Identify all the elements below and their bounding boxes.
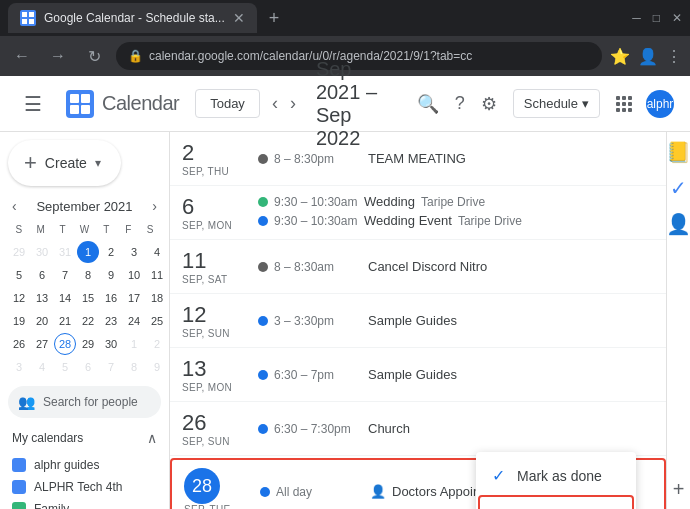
mini-cal-day[interactable]: 23: [100, 310, 122, 332]
calendar-checkbox[interactable]: [12, 458, 26, 472]
more-icon[interactable]: ⋮: [666, 47, 682, 66]
toolbar-icons: ⭐ 👤 ⋮: [610, 47, 682, 66]
browser-tab[interactable]: Google Calendar - Schedule sta... ✕: [8, 3, 257, 33]
top-bar-icons: 🔍 ? ⚙ Schedule ▾ alphr: [417, 89, 674, 118]
menu-icon[interactable]: ☰: [16, 84, 50, 124]
forward-btn[interactable]: →: [44, 42, 72, 70]
profile-icon[interactable]: 👤: [638, 47, 658, 66]
mini-cal-day[interactable]: 12: [8, 287, 30, 309]
mini-cal-day[interactable]: 5: [54, 356, 76, 378]
create-btn[interactable]: + Create ▾: [8, 140, 121, 186]
calendar-item[interactable]: alphr guides: [8, 454, 161, 476]
mini-cal-day[interactable]: 8: [123, 356, 145, 378]
mini-cal-day[interactable]: 7: [100, 356, 122, 378]
mini-cal-day[interactable]: 11: [146, 264, 168, 286]
mini-cal-day[interactable]: 21: [54, 310, 76, 332]
calendar-checkbox[interactable]: [12, 480, 26, 494]
event-row[interactable]: 11 SEP, SAT 8 – 8:30am Cancel Discord Ni…: [170, 240, 666, 294]
mini-cal-day[interactable]: 2: [100, 241, 122, 263]
mini-cal-day[interactable]: 16: [100, 287, 122, 309]
reload-btn[interactable]: ↻: [80, 42, 108, 70]
tab-favicon: [20, 10, 36, 26]
mini-cal-day[interactable]: 14: [54, 287, 76, 309]
event-row[interactable]: 2 SEP, THU 8 – 8:30pm TEAM MEATING: [170, 132, 666, 186]
mini-cal-day[interactable]: 30: [31, 241, 53, 263]
mini-cal-day[interactable]: 31: [54, 241, 76, 263]
mini-cal-day[interactable]: 27: [31, 333, 53, 355]
prev-btn[interactable]: ‹: [268, 89, 282, 118]
mini-cal-day[interactable]: 17: [123, 287, 145, 309]
mini-cal-day[interactable]: 4: [146, 241, 168, 263]
mini-cal-day[interactable]: 6: [77, 356, 99, 378]
close-btn[interactable]: ✕: [672, 11, 682, 25]
event-row[interactable]: 6 SEP, MON 9:30 – 10:30am Wedding Taripe…: [170, 186, 666, 240]
mini-cal-day[interactable]: 9: [146, 356, 168, 378]
event-sub-row: 9:30 – 10:30am Wedding Taripe Drive: [250, 186, 666, 213]
svg-rect-1: [29, 12, 34, 17]
help-icon[interactable]: ?: [455, 93, 465, 114]
calendar-item[interactable]: ALPHR Tech 4th: [8, 476, 161, 498]
mini-cal-day[interactable]: 29: [8, 241, 30, 263]
tasks-icon[interactable]: ✓: [670, 176, 687, 200]
add-panel-icon[interactable]: +: [673, 478, 685, 501]
event-row[interactable]: 13 SEP, MON 6:30 – 7pm Sample Guides: [170, 348, 666, 402]
mini-cal-day[interactable]: 25: [146, 310, 168, 332]
event-row[interactable]: 26 SEP, SUN 6:30 – 7:30pm Church: [170, 402, 666, 456]
mini-cal-day[interactable]: 10: [123, 264, 145, 286]
mini-cal-day[interactable]: 18: [146, 287, 168, 309]
date-number: 28: [184, 468, 220, 504]
new-tab-btn[interactable]: +: [269, 8, 280, 29]
mini-cal-day[interactable]: 7: [54, 264, 76, 286]
mini-cal-day[interactable]: 30: [100, 333, 122, 355]
mark-as-done-label: Mark as done: [517, 468, 602, 484]
mini-cal-day[interactable]: 24: [123, 310, 145, 332]
mini-cal-day[interactable]: 3: [123, 241, 145, 263]
mini-cal-next[interactable]: ›: [152, 198, 157, 214]
next-btn[interactable]: ›: [286, 89, 300, 118]
search-icon[interactable]: 🔍: [417, 93, 439, 115]
calendar-name: Family: [34, 502, 69, 509]
mini-cal-day[interactable]: 6: [31, 264, 53, 286]
mini-cal-day[interactable]: 19: [8, 310, 30, 332]
calendar-checkbox[interactable]: [12, 502, 26, 509]
mini-cal-day[interactable]: 2: [146, 333, 168, 355]
mini-cal-day[interactable]: 3: [8, 356, 30, 378]
mini-cal-selected-day[interactable]: 28: [54, 333, 76, 355]
apps-icon[interactable]: [616, 96, 630, 112]
extensions-icon[interactable]: ⭐: [610, 47, 630, 66]
mini-cal-day[interactable]: 13: [31, 287, 53, 309]
view-selector[interactable]: Schedule ▾: [513, 89, 600, 118]
plus-icon: +: [24, 150, 37, 176]
mini-cal-day[interactable]: 4: [31, 356, 53, 378]
mini-cal-day[interactable]: 5: [8, 264, 30, 286]
avatar[interactable]: alphr: [646, 90, 674, 118]
keep-icon[interactable]: 📒: [666, 140, 690, 164]
event-title: Church: [368, 421, 658, 436]
calendar-item[interactable]: Family: [8, 498, 161, 509]
mini-cal-day[interactable]: 20: [31, 310, 53, 332]
mini-cal-day[interactable]: 15: [77, 287, 99, 309]
date-label: SEP, SAT: [182, 274, 227, 285]
event-title: Sample Guides: [368, 313, 658, 328]
back-btn[interactable]: ←: [8, 42, 36, 70]
mini-cal-day[interactable]: 1: [123, 333, 145, 355]
mini-cal-today[interactable]: 1: [77, 241, 99, 263]
minimize-btn[interactable]: ─: [632, 11, 641, 25]
delete-item[interactable]: 🗑 Delete: [478, 495, 634, 509]
mark-as-done-item[interactable]: ✓ Mark as done: [476, 456, 636, 495]
mini-cal-day[interactable]: 9: [100, 264, 122, 286]
search-people[interactable]: 👥 Search for people: [8, 386, 161, 418]
time-col: 8 – 8:30am: [250, 240, 360, 293]
maximize-btn[interactable]: □: [653, 11, 660, 25]
settings-icon[interactable]: ⚙: [481, 93, 497, 115]
mini-cal-day[interactable]: 29: [77, 333, 99, 355]
today-btn[interactable]: Today: [195, 89, 260, 118]
contacts-icon[interactable]: 👤: [666, 212, 690, 236]
mini-cal-day[interactable]: 8: [77, 264, 99, 286]
tab-close-btn[interactable]: ✕: [233, 10, 245, 26]
mini-cal-day[interactable]: 22: [77, 310, 99, 332]
expand-icon[interactable]: ∧: [147, 430, 157, 446]
mini-cal-prev[interactable]: ‹: [12, 198, 17, 214]
mini-cal-day[interactable]: 26: [8, 333, 30, 355]
event-row[interactable]: 12 SEP, SUN 3 – 3:30pm Sample Guides: [170, 294, 666, 348]
